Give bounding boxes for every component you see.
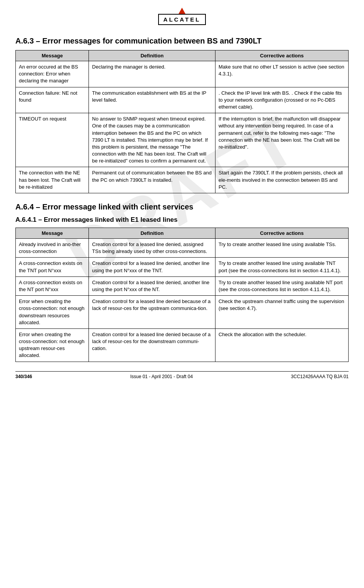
table-row: A cross-connection exists on the NT port… — [16, 276, 349, 295]
col-corrective-a641: Corrective actions — [215, 228, 348, 239]
cell-message: The connection with the NE has been lost… — [16, 167, 89, 193]
col-definition-a641: Definition — [89, 228, 215, 239]
footer-doc-id: 3CC12426AAAA TQ BJA 01 — [291, 374, 349, 379]
cell-corrective: Start again the 7390LT. If the problem p… — [215, 167, 348, 193]
cell-corrective: Try to create another leased line using … — [215, 276, 348, 295]
col-message-a63: Message — [16, 50, 89, 61]
footer-issue: Issue 01 - April 2001 - Draft 04 — [130, 374, 193, 379]
cell-corrective: Make sure that no other LT session is ac… — [215, 61, 348, 87]
cell-definition: Creation control for a leased line denie… — [89, 276, 215, 295]
footer-page-number: 340/346 — [15, 374, 32, 379]
col-corrective-a63: Corrective actions — [215, 50, 348, 61]
page-header: ALCATEL — [15, 8, 349, 25]
cell-message: Already involved in ano-ther cross-conne… — [16, 239, 89, 258]
alcatel-logo: ALCATEL — [158, 14, 206, 25]
col-message-a641: Message — [16, 228, 89, 239]
cell-message: Error when creating the cross-connection… — [16, 296, 89, 329]
cell-message: Error when creating the cross-connection… — [16, 328, 89, 362]
cell-corrective: Try to create another leased line using … — [215, 258, 348, 276]
cell-corrective: . Check the IP level link with BS. . Che… — [215, 87, 348, 113]
cell-message: TIMEOUT on request — [16, 113, 89, 167]
section-a64-title: A.6.4 – Error message linked with client… — [15, 203, 349, 211]
table-row: A cross-connection exists on the TNT por… — [16, 258, 349, 276]
cell-definition: Creation control for a leased line denie… — [89, 296, 215, 329]
cell-definition: Permanent cut of communication between t… — [89, 167, 215, 193]
table-row: Already involved in ano-ther cross-conne… — [16, 239, 349, 258]
cell-message: A cross-connection exists on the NT port… — [16, 276, 89, 295]
section-a63-title: A.6.3 – Error messages for communication… — [15, 37, 349, 45]
cell-corrective: Try to create another leased line using … — [215, 239, 348, 258]
col-definition-a63: Definition — [89, 50, 215, 61]
table-row: Error when creating the cross-connection… — [16, 328, 349, 362]
cell-message: A cross-connection exists on the TNT por… — [16, 258, 89, 276]
cell-definition: Declaring the manager is denied. — [89, 61, 215, 87]
cell-corrective: Check the upstream channel traffic using… — [215, 296, 348, 329]
cell-definition: Creation control for a leased line denie… — [89, 258, 215, 276]
cell-message: Connection failure: NE not found — [16, 87, 89, 113]
cell-definition: The communication establishment with BS … — [89, 87, 215, 113]
page-footer: 340/346 Issue 01 - April 2001 - Draft 04… — [15, 371, 349, 379]
logo-text: ALCATEL — [164, 16, 201, 23]
table-row: The connection with the NE has been lost… — [16, 167, 349, 193]
section-a641-title: A.6.4.1 – Error messages linked with E1 … — [15, 216, 349, 224]
cell-corrective: Check the allocation with the scheduler. — [215, 328, 348, 362]
cell-definition: No answer to SNMP request when timeout e… — [89, 113, 215, 167]
cell-definition: Creation control for a leased line denie… — [89, 328, 215, 362]
table-a63: Message Definition Corrective actions An… — [15, 50, 349, 193]
table-row: Error when creating the cross-connection… — [16, 296, 349, 329]
table-row: An error occured at the BS connection: E… — [16, 61, 349, 87]
table-row: TIMEOUT on requestNo answer to SNMP requ… — [16, 113, 349, 167]
table-row: Connection failure: NE not foundThe comm… — [16, 87, 349, 113]
cell-message: An error occured at the BS connection: E… — [16, 61, 89, 87]
cell-definition: Creation control for a leased line denie… — [89, 239, 215, 258]
cell-corrective: If the interruption is brief, the malfun… — [215, 113, 348, 167]
table-a641: Message Definition Corrective actions Al… — [15, 228, 349, 362]
